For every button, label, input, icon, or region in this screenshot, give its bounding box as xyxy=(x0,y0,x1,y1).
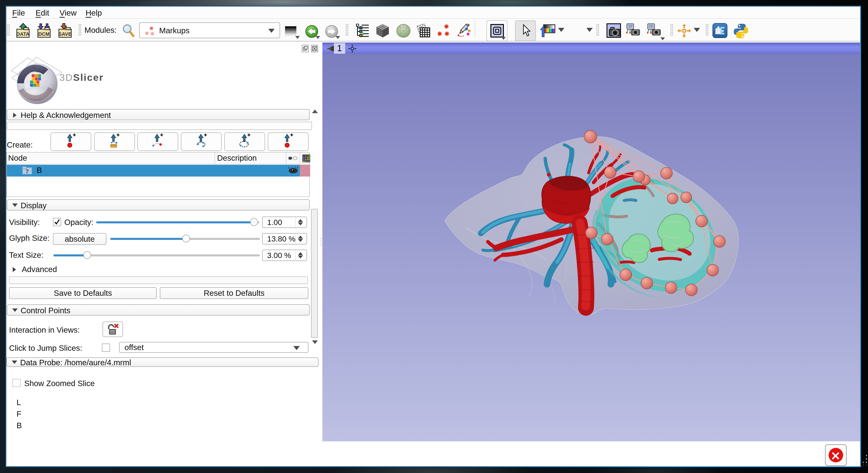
svg-text:SAVE: SAVE xyxy=(58,31,71,37)
svg-text:?: ? xyxy=(26,168,29,175)
svg-text:DATA: DATA xyxy=(16,31,29,37)
svg-text:DCM: DCM xyxy=(38,31,50,37)
